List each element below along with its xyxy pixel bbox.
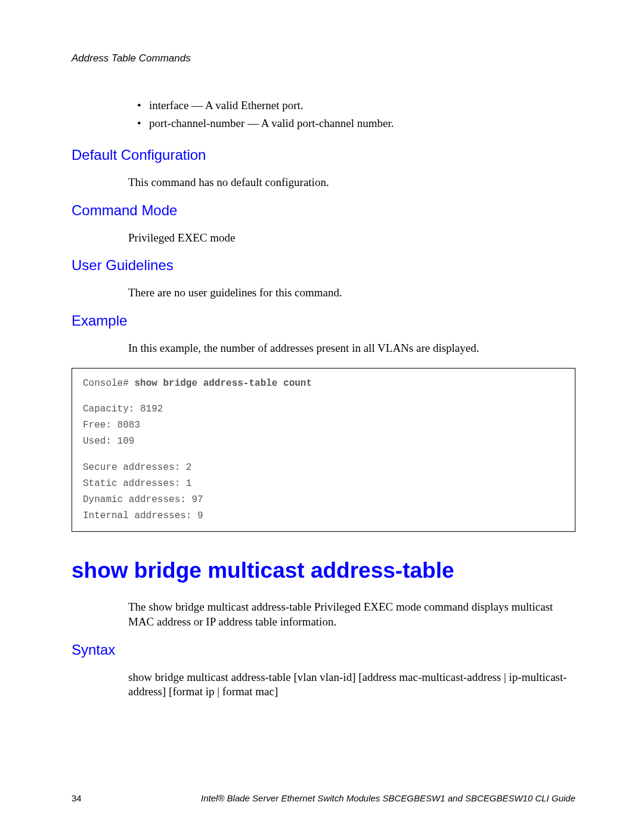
code-line: Dynamic addresses: 97 <box>83 492 564 508</box>
bullet-item: interface — A valid Ethernet port. <box>137 99 575 112</box>
code-line: Used: 109 <box>83 433 564 450</box>
example-heading: Example <box>72 312 575 329</box>
code-line: Capacity: 8192 <box>83 401 564 417</box>
user-guidelines-body: There are no user guidelines for this co… <box>128 286 575 301</box>
command-title: show bridge multicast address-table <box>72 558 575 583</box>
user-guidelines-heading: User Guidelines <box>72 257 575 274</box>
bullet-item: port-channel-number — A valid port-chann… <box>137 117 575 130</box>
default-config-body: This command has no default configuratio… <box>128 175 575 190</box>
syntax-heading: Syntax <box>72 642 575 658</box>
code-block: Console# show bridge address-table count… <box>72 368 575 532</box>
example-body: In this example, the number of addresses… <box>128 341 575 356</box>
code-line: Static addresses: 1 <box>83 476 564 492</box>
code-line: Internal addresses: 9 <box>83 508 564 524</box>
page-header: Address Table Commands <box>72 52 575 64</box>
code-prompt: Console# <box>83 378 134 389</box>
default-config-heading: Default Configuration <box>72 147 575 163</box>
code-prompt-line: Console# show bridge address-table count <box>83 376 564 392</box>
syntax-body: show bridge multicast address-table [vla… <box>128 670 575 699</box>
footer-guide-title: Intel® Blade Server Ethernet Switch Modu… <box>201 793 575 803</box>
page-footer: 34 Intel® Blade Server Ethernet Switch M… <box>72 793 575 803</box>
bullet-list: interface — A valid Ethernet port. port-… <box>137 99 575 130</box>
command-mode-body: Privileged EXEC mode <box>128 231 575 246</box>
command-mode-heading: Command Mode <box>72 202 575 219</box>
code-command: show bridge address-table count <box>134 378 312 389</box>
command-description: The show bridge multicast address-table … <box>128 600 575 629</box>
page-number: 34 <box>72 793 82 803</box>
code-line: Secure addresses: 2 <box>83 460 564 476</box>
code-line: Free: 8083 <box>83 417 564 433</box>
